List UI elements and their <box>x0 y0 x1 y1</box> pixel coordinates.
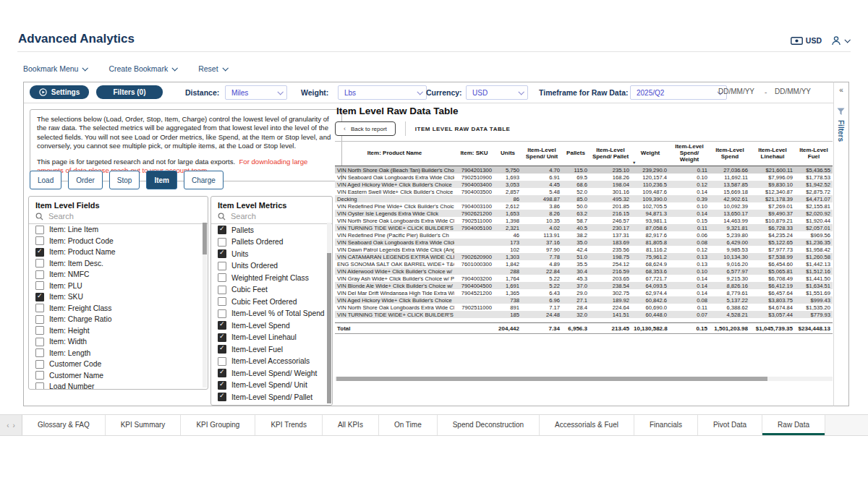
table-hscrollbar-thumb[interactable] <box>336 377 767 381</box>
timeframe-select[interactable]: 2025/Q2 <box>630 85 727 100</box>
field-checkbox-row[interactable]: Item: NMFC <box>29 269 208 281</box>
metric-checkbox-row[interactable]: Weighted Freight Class <box>211 272 332 284</box>
column-header[interactable]: Item-Level Spend ▼ <box>710 142 750 166</box>
filters-button[interactable]: Filters (0) <box>96 85 163 99</box>
checkbox[interactable] <box>35 270 44 279</box>
checkbox[interactable] <box>218 321 226 330</box>
funnel-icon[interactable] <box>837 106 845 119</box>
metric-checkbox-row[interactable]: Item-Level Accessorials <box>211 356 332 368</box>
field-checkbox-row[interactable]: Item: Height <box>29 325 208 337</box>
checkbox[interactable] <box>218 249 226 258</box>
prev-page-icon[interactable]: ‹ <box>7 421 9 429</box>
level-button[interactable]: Charge <box>184 171 224 189</box>
report-page-tab[interactable]: Spend Deconstruction <box>438 415 540 435</box>
checkbox[interactable] <box>35 338 44 346</box>
level-button[interactable]: Load <box>30 171 61 189</box>
distance-select[interactable]: Miles <box>225 85 287 100</box>
column-header[interactable]: Item-Level Fuel ▼ <box>795 142 833 166</box>
column-header[interactable]: Weight ▼ <box>631 142 669 166</box>
metric-checkbox-row[interactable]: Item-Level Fuel <box>211 343 332 356</box>
user-menu[interactable] <box>831 35 849 46</box>
report-page-tab[interactable]: KPI Trends <box>255 415 322 435</box>
column-header[interactable]: Units ▼ <box>494 142 522 166</box>
field-checkbox-row[interactable]: Item: Product Code <box>29 236 208 247</box>
metric-checkbox-row[interactable]: Pallets Ordered <box>211 236 332 249</box>
report-page-tab[interactable]: Glossary & FAQ <box>22 415 106 435</box>
report-page-tab[interactable]: Raw Data <box>762 415 825 435</box>
report-page-tab[interactable]: Financials <box>634 415 698 435</box>
report-page-tab[interactable]: KPI Summary <box>106 415 182 435</box>
field-checkbox-row[interactable]: Item: SKU <box>29 291 208 303</box>
column-header[interactable]: Item-Level Spend/ Weight ▼ <box>669 142 710 166</box>
reset-button[interactable]: Reset <box>198 64 226 73</box>
date-from-input[interactable] <box>717 87 765 96</box>
metric-checkbox-row[interactable]: Item-Level Spend/ Weight <box>211 367 332 380</box>
checkbox[interactable] <box>35 304 44 312</box>
collapse-pane-icon[interactable]: « <box>834 86 848 94</box>
report-page-tab[interactable]: On Time <box>379 415 438 435</box>
checkbox[interactable] <box>218 226 226 234</box>
checkbox[interactable] <box>35 315 44 324</box>
field-checkbox-row[interactable]: Item: Item Desc. <box>29 258 208 270</box>
metric-checkbox-row[interactable]: Item-Level Spend/ Pallet <box>211 391 332 403</box>
column-header[interactable]: Item: SKU ▼ <box>454 142 494 166</box>
back-to-report-button[interactable]: ‹ Back to report <box>335 121 396 136</box>
checkbox[interactable] <box>218 262 226 270</box>
field-checkbox-row[interactable]: Item: Product Name <box>29 247 208 258</box>
metric-checkbox-row[interactable]: Item-Level Spend/ Unit <box>211 380 332 392</box>
metric-checkbox-row[interactable]: Item-Level Linehaul <box>211 332 332 344</box>
checkbox[interactable] <box>35 248 44 257</box>
checkbox[interactable] <box>35 259 44 267</box>
checkbox[interactable] <box>35 226 44 234</box>
metric-checkbox-row[interactable]: Cubic Feet <box>211 284 332 296</box>
checkbox[interactable] <box>218 393 226 401</box>
field-checkbox-row[interactable]: Item: PLU <box>29 281 208 292</box>
metric-checkbox-row[interactable]: Units Ordered <box>211 260 332 273</box>
column-header[interactable]: Pallets ▼ <box>562 142 590 166</box>
field-checkbox-row[interactable]: Item: Charge Ratio <box>29 314 208 325</box>
currency-indicator[interactable]: USD <box>791 36 822 45</box>
create-bookmark-button[interactable]: Create Bookmark <box>109 64 176 73</box>
checkbox[interactable] <box>218 273 226 282</box>
checkbox[interactable] <box>218 309 226 318</box>
checkbox[interactable] <box>35 326 44 335</box>
metric-checkbox-row[interactable]: Pallets <box>211 224 332 236</box>
checkbox[interactable] <box>218 345 226 354</box>
next-page-icon[interactable]: › <box>13 421 15 429</box>
metric-checkbox-row[interactable]: Item-Level Spend <box>211 320 332 332</box>
checkbox[interactable] <box>218 381 226 390</box>
level-button[interactable]: Order <box>68 171 103 189</box>
level-button[interactable]: Stop <box>109 171 140 189</box>
report-page-tab[interactable]: Accessorials & Fuel <box>540 415 634 435</box>
weight-select[interactable]: Lbs <box>338 85 427 100</box>
column-header[interactable]: Item: Product Name ▼ <box>335 142 454 166</box>
field-checkbox-row[interactable]: Load Number <box>29 381 208 390</box>
column-header[interactable]: Item-Level Linehaul ▼ <box>750 142 795 166</box>
level-button[interactable]: Item <box>146 171 177 189</box>
bookmark-menu-button[interactable]: Bookmark Menu <box>23 64 87 73</box>
checkbox[interactable] <box>35 293 44 301</box>
column-header[interactable]: Item-Level Spend/ Unit ▼ <box>522 142 562 166</box>
checkbox[interactable] <box>35 348 44 357</box>
field-checkbox-row[interactable]: Customer Name <box>29 370 208 382</box>
checkbox[interactable] <box>35 281 44 290</box>
report-page-tab[interactable]: Pivot Data <box>698 415 762 435</box>
checkbox[interactable] <box>35 371 44 380</box>
checkbox[interactable] <box>35 382 44 390</box>
metric-checkbox-row[interactable]: Units <box>211 248 332 260</box>
checkbox[interactable] <box>35 236 44 245</box>
checkbox[interactable] <box>218 357 226 366</box>
checkbox[interactable] <box>35 360 44 369</box>
column-header[interactable]: Item-Level Spend/ Pallet ▼ <box>590 142 631 166</box>
field-checkbox-row[interactable]: Item: Length <box>29 348 208 359</box>
report-page-tab[interactable]: KPI Grouping <box>181 415 255 435</box>
fields-scrollbar-thumb[interactable] <box>203 223 207 254</box>
checkbox[interactable] <box>218 369 226 377</box>
checkbox[interactable] <box>218 286 226 294</box>
field-checkbox-row[interactable]: Item: Freight Class <box>29 303 208 314</box>
report-page-tab[interactable]: All KPIs <box>323 415 379 435</box>
field-checkbox-row[interactable]: Item: Width <box>29 336 208 348</box>
metric-checkbox-row[interactable]: Cubic Feet Ordered <box>211 296 332 308</box>
currency-select[interactable]: USD <box>466 85 528 100</box>
checkbox[interactable] <box>218 238 226 247</box>
